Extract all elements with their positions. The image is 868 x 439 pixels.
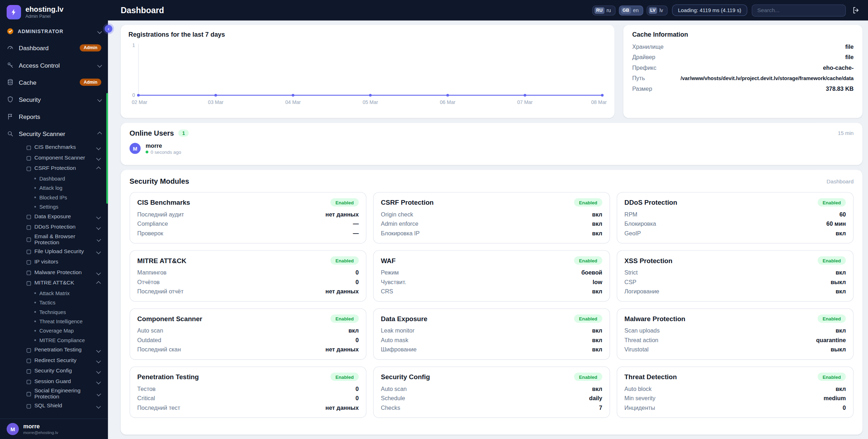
- lightning-icon: [7, 5, 21, 19]
- cache-info-title: Cache Information: [632, 31, 854, 38]
- module-header: CSRF ProtectionEnabled: [381, 198, 602, 207]
- sidebar-subsubitem-techniques[interactable]: Techniques: [0, 307, 108, 317]
- sidebar-subitem-data-exposure[interactable]: Data Exposure: [0, 211, 108, 222]
- sidebar-subitem-ip-visitors[interactable]: IP visitors: [0, 257, 108, 267]
- module-stat-value: вкл: [836, 229, 846, 236]
- sidebar-subitem-csrf-protection[interactable]: CSRF Protection: [0, 163, 108, 174]
- chevron-down-icon: [96, 348, 101, 352]
- module-stat-label: Auto scan: [381, 385, 407, 392]
- sidebar-subsubitem-blocked-ips[interactable]: Blocked IPs: [0, 193, 108, 202]
- sidebar-subsubitem-dashboard[interactable]: Dashboard: [0, 174, 108, 183]
- email-browser-protection-icon: [27, 237, 31, 241]
- sidebar-subitem-file-upload-security[interactable]: File Upload Security: [0, 246, 108, 257]
- bullet-icon: [34, 292, 36, 294]
- sidebar-subitem-label: Component Scanner: [34, 155, 85, 161]
- module-stat-value: low: [592, 278, 602, 285]
- module-stat-value: нет данных: [325, 288, 359, 294]
- module-stat-value: боевой: [581, 269, 602, 276]
- module-name: Malware Protection: [624, 315, 685, 323]
- sidebar-subsubitem-threat-intelligence[interactable]: Threat Intelligence: [0, 317, 108, 326]
- sidebar-subitem-label: SQL Shield: [34, 403, 62, 409]
- sidebar-subitem-penetration-testing[interactable]: Penetration Testing: [0, 345, 108, 356]
- module-name: Penetration Testing: [137, 373, 199, 381]
- module-stat-row: Threat actionquarantine: [624, 335, 846, 344]
- sidebar-section-administrator[interactable]: ADMINISTRATOR: [0, 23, 108, 39]
- top-row: Registrations for the last 7 days 0102 M…: [121, 25, 862, 118]
- sidebar-subsubitem-attack-matrix[interactable]: Attack Matrix: [0, 288, 108, 298]
- sidebar-subitem-mitre-att-ck[interactable]: MITRE ATT&CK: [0, 278, 108, 289]
- lang-button-lv[interactable]: LVlv: [646, 5, 667, 15]
- sidebar-subitem-label: Data Exposure: [34, 214, 71, 220]
- module-stat-value: 60 мин: [826, 220, 846, 227]
- sidebar-subitem-cis-benchmarks[interactable]: CIS Benchmarks: [0, 142, 108, 153]
- sidebar-item-reports[interactable]: Reports: [0, 108, 108, 125]
- sidebar-item-dashboard[interactable]: DashboardAdmin: [0, 39, 108, 56]
- sidebar-subitem-component-scanner[interactable]: Component Scanner: [0, 153, 108, 163]
- sidebar-subitem-malware-protection[interactable]: Malware Protection: [0, 267, 108, 278]
- module-stat-label: Тестов: [137, 385, 156, 392]
- search-box: [752, 4, 846, 16]
- sidebar-subsubitem-attack-log[interactable]: Attack log: [0, 183, 108, 193]
- sidebar-subitem-email-browser-protection[interactable]: Email & Browser Protection: [0, 232, 108, 246]
- lang-button-ru[interactable]: RUru: [592, 5, 616, 15]
- admin-badge: Admin: [80, 78, 101, 86]
- sidebar-subitem-redirect-security[interactable]: Redirect Security: [0, 355, 108, 366]
- bullet-icon: [34, 206, 36, 208]
- module-stat-value: вкл: [836, 385, 846, 392]
- online-user-row[interactable]: M morre 0 seconds ago: [130, 142, 854, 155]
- sidebar-collapse-button[interactable]: ‹: [105, 25, 113, 33]
- search-input[interactable]: [752, 4, 846, 16]
- chevron-down-icon: [96, 392, 101, 396]
- sidebar-scrollbar-thumb[interactable]: [106, 93, 108, 204]
- sidebar-item-security[interactable]: Security: [0, 91, 108, 108]
- sidebar-subitem-session-guard[interactable]: Session Guard: [0, 376, 108, 387]
- sidebar-item-access-control[interactable]: Access Control: [0, 57, 108, 74]
- module-stat-label: Логирование: [624, 288, 659, 294]
- sidebar-subsubitem-label: Tactics: [39, 299, 55, 305]
- sidebar-subitem-security-config[interactable]: Security Config: [0, 366, 108, 377]
- module-stat-value: 0: [355, 336, 359, 343]
- module-stat-row: Шифрованиевкл: [381, 344, 602, 354]
- admin-badge: Admin: [80, 44, 101, 52]
- logout-button[interactable]: [850, 5, 861, 16]
- sidebar-subsubitem-label: Techniques: [39, 309, 66, 315]
- online-users-count-badge: 1: [178, 130, 189, 137]
- sidebar-subsubitem-label: Attack Matrix: [39, 290, 69, 296]
- module-stat-row: CRSвкл: [381, 286, 602, 296]
- sidebar-subitem-ddos-protection[interactable]: DDoS Protection: [0, 222, 108, 232]
- chevron-down-icon: [96, 214, 101, 219]
- main-content: Registrations for the last 7 days 0102 M…: [108, 21, 868, 439]
- lang-button-en[interactable]: GBen: [619, 5, 643, 15]
- sidebar-user[interactable]: M morre morre@ehosting.lv: [0, 418, 108, 439]
- module-header: Malware ProtectionEnabled: [624, 314, 846, 323]
- sidebar-subsubitem-label: Coverage Map: [39, 328, 74, 334]
- security-modules-card: Security Modules Dashboard CIS Benchmark…: [121, 170, 862, 434]
- registrations-chart: 0102 Mar03 Mar04 Mar05 Mar06 Mar07 Mar08…: [129, 40, 607, 111]
- modules-dashboard-link[interactable]: Dashboard: [827, 178, 854, 184]
- sidebar-subitem-sql-shield[interactable]: SQL Shield: [0, 401, 108, 412]
- key-icon: [7, 62, 15, 69]
- module-card-security-config: Security ConfigEnabledAuto scanвклSchedu…: [373, 366, 610, 418]
- module-stat-label: Режим: [381, 269, 399, 276]
- sidebar-subsubitem-coverage-map[interactable]: Coverage Map: [0, 326, 108, 335]
- module-stat-value: вкл: [592, 220, 602, 227]
- module-stat-value: вкл: [592, 229, 602, 236]
- session-guard-icon: [27, 380, 31, 384]
- sidebar-subsubitem-mitre-compliance[interactable]: MITRE Compliance: [0, 335, 108, 345]
- module-header: Threat DetectionEnabled: [624, 372, 846, 381]
- loading-badge: Loading: 4119 ms (4.119 s): [672, 4, 747, 16]
- cache-info-row: Путь/var/www/vhosts/devit.lv/project.dev…: [632, 73, 854, 83]
- module-status-badge: Enabled: [574, 372, 602, 381]
- sidebar-item-cache[interactable]: CacheAdmin: [0, 74, 108, 91]
- sidebar-item-security-scanner[interactable]: Security Scanner: [0, 125, 108, 142]
- module-stat-row: Scheduledaily: [381, 393, 602, 402]
- brand: ehosting.lv Admin Panel: [0, 0, 108, 23]
- sidebar-subitem-label: Social Engineering Protection: [34, 388, 94, 400]
- sidebar-subsubitem-settings[interactable]: Settings: [0, 202, 108, 211]
- module-stat-label: Threat action: [624, 336, 658, 343]
- module-stat-row: Отчётов0: [137, 277, 359, 286]
- sidebar-subsubitem-tactics[interactable]: Tactics: [0, 298, 108, 307]
- bullet-icon: [34, 311, 36, 313]
- sidebar-subitem-social-engineering-protection[interactable]: Social Engineering Protection: [0, 387, 108, 401]
- shield-icon: [7, 96, 15, 103]
